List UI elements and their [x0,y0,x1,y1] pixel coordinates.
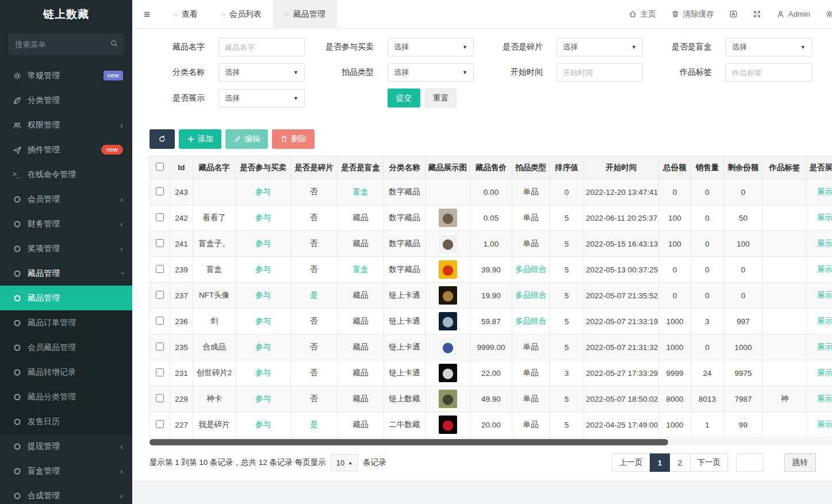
cell-show-link[interactable]: 展示 [807,231,832,257]
col-price[interactable]: 藏品售价 [470,156,512,179]
prev-page-button[interactable]: 上一页 [612,453,650,472]
sidebar-item-synthesis[interactable]: 合成管理 ‹ [0,483,132,504]
col-sales[interactable]: 销售量 [691,156,724,179]
col-name[interactable]: 藏品名字 [193,156,236,179]
cell-show-link[interactable]: 展示 [807,412,832,438]
table-row[interactable]: 235 合成品 参与 否 藏品 链上卡通 9999.00 单品 5 2022-0… [150,334,832,360]
cell-show-link[interactable]: 展示 [807,257,832,283]
cell-show-link[interactable]: 展示 [807,283,832,309]
reset-button[interactable]: 重置 [425,89,457,107]
cell-show-link[interactable]: 展示 [807,334,832,360]
sidebar-item-collection[interactable]: 藏品管理 ‹ [0,261,132,286]
menu-search-input[interactable] [8,33,124,55]
delete-button[interactable]: 删除 [272,129,315,149]
start-time-filter-input[interactable] [557,63,643,82]
sidebar-item-member[interactable]: 会员管理 ‹ [0,187,132,211]
col-auction-type[interactable]: 拍品类型 [512,156,550,179]
tab-view[interactable]: ○ 查看 [162,0,209,29]
cell-trade-link[interactable]: 参与 [236,179,291,205]
table-row[interactable]: 237 NFT头像 参与 是 藏品 链上卡通 19.90 多品组合 5 2022… [150,283,832,309]
next-page-button[interactable]: 下一页 [690,453,729,472]
cell-show-link[interactable]: 展示 [807,179,832,205]
home-button[interactable]: 主页 [628,9,656,20]
jump-button[interactable]: 跳转 [784,453,816,472]
submenu-item-order-manage[interactable]: 藏品订单管理 [0,310,132,335]
auction-type-filter-select[interactable]: 选择▼ [388,63,474,82]
row-checkbox[interactable] [156,291,164,299]
language-button[interactable] [729,10,738,18]
collection-thumbnail[interactable] [439,390,457,408]
horizontal-scrollbar[interactable] [149,439,832,445]
row-checkbox[interactable] [156,213,164,221]
cell-trade-link[interactable]: 参与 [236,257,291,283]
table-row[interactable]: 231 创世碎片2 参与 否 藏品 链上卡通 22.00 单品 3 2022-0… [150,360,832,386]
col-tag[interactable]: 作品标签 [763,156,807,179]
submenu-item-sale-calendar[interactable]: 发售日历 [0,409,132,434]
page-button-1[interactable]: 1 [650,453,670,472]
submenu-item-category-manage[interactable]: 藏品分类管理 [0,384,132,409]
edit-button[interactable]: 编辑 [225,129,268,149]
table-row[interactable]: 241 盲盒子。 参与 否 藏品 数字藏品 1.00 单品 5 2022-05-… [150,231,832,257]
collection-thumbnail[interactable] [439,338,457,356]
submenu-item-transfer-record[interactable]: 藏品转增记录 [0,360,132,384]
sidebar-item-general[interactable]: 常规管理 new [0,63,132,88]
col-fragment[interactable]: 是否是碎片 [291,156,338,179]
submenu-item-member-collection[interactable]: 会员藏品管理 [0,335,132,360]
row-checkbox[interactable] [156,343,164,351]
row-checkbox[interactable] [156,265,164,273]
add-button[interactable]: 添加 [179,129,221,149]
sidebar-item-plugin[interactable]: 插件管理 new [0,137,132,162]
row-checkbox[interactable] [156,239,164,247]
sidebar-item-category[interactable]: 分类管理 [0,88,132,113]
cell-trade-link[interactable]: 参与 [236,231,291,257]
table-row[interactable]: 243 参与 否 盲盒 数字藏品 0.00 单品 0 2022-12-20 13… [150,179,832,205]
admin-menu[interactable]: Admin [776,10,810,18]
sidebar-item-command[interactable]: >_ 在线命令管理 [0,162,132,187]
col-id[interactable]: Id [170,156,193,179]
collection-thumbnail[interactable] [439,364,457,382]
col-thumb[interactable]: 藏品展示图 [425,156,470,179]
col-show[interactable]: 是否展示 [807,156,832,179]
table-row[interactable]: 242 看看了 参与 否 藏品 数字藏品 0.05 单品 5 2022-06-1… [150,205,832,231]
cell-show-link[interactable]: 展示 [807,309,832,334]
table-row[interactable]: 236 剑 参与 否 藏品 链上卡通 59.87 多品组合 5 2022-05-… [150,309,832,334]
collection-thumbnail[interactable] [439,415,457,434]
cell-trade-link[interactable]: 参与 [236,309,291,334]
col-blindbox[interactable]: 是否是盲盒 [338,156,384,179]
cell-trade-link[interactable]: 参与 [236,205,291,231]
jump-page-input[interactable] [736,453,764,472]
name-filter-input[interactable] [218,38,305,56]
row-checkbox[interactable] [156,394,164,402]
scrollbar-thumb[interactable] [149,439,668,445]
sidebar-item-permission[interactable]: 权限管理 ‹ [0,113,132,137]
trade-filter-select[interactable]: 选择▼ [388,38,474,56]
row-checkbox[interactable] [156,187,164,195]
row-checkbox[interactable] [156,368,164,376]
cell-trade-link[interactable]: 参与 [236,412,291,438]
tab-member-list[interactable]: ○ 会员列表 [209,0,273,29]
show-filter-select[interactable]: 选择▼ [218,89,305,107]
table-row[interactable]: 239 盲盒 参与 否 盲盒 数字藏品 39.90 多品组合 5 2022-05… [150,257,832,283]
refresh-button[interactable] [149,129,175,149]
row-checkbox[interactable] [156,317,164,325]
cell-show-link[interactable]: 展示 [807,386,832,412]
page-button-2[interactable]: 2 [670,453,691,472]
col-total[interactable]: 总份额 [659,156,691,179]
sidebar-item-finance[interactable]: 财务管理 ‹ [0,211,132,236]
select-all-checkbox[interactable] [156,163,164,171]
cell-trade-link[interactable]: 参与 [236,360,291,386]
page-size-select[interactable]: 10 ▲ [331,454,358,471]
tag-filter-input[interactable] [726,63,812,82]
collection-thumbnail[interactable] [439,312,457,330]
tab-collection-manage[interactable]: ○ 藏品管理 [273,0,337,29]
sidebar-item-withdraw[interactable]: 提现管理 ‹ [0,434,132,459]
category-filter-select[interactable]: 选择▼ [218,63,305,82]
col-start-time[interactable]: 开始时间 [584,156,659,179]
cell-trade-link[interactable]: 参与 [236,386,291,412]
table-row[interactable]: 229 神卡 参与 否 藏品 链上数藏 49.90 单品 5 2022-05-0… [150,386,832,412]
submenu-item-collection-manage[interactable]: 藏品管理 [0,286,132,310]
collection-thumbnail[interactable] [439,209,457,227]
table-row[interactable]: 227 我是碎片 参与 是 藏品 二牛数藏 20.00 单品 5 2022-04… [150,412,832,438]
fullscreen-button[interactable] [753,10,761,18]
menu-toggle-icon[interactable]: ≡ [132,8,162,21]
